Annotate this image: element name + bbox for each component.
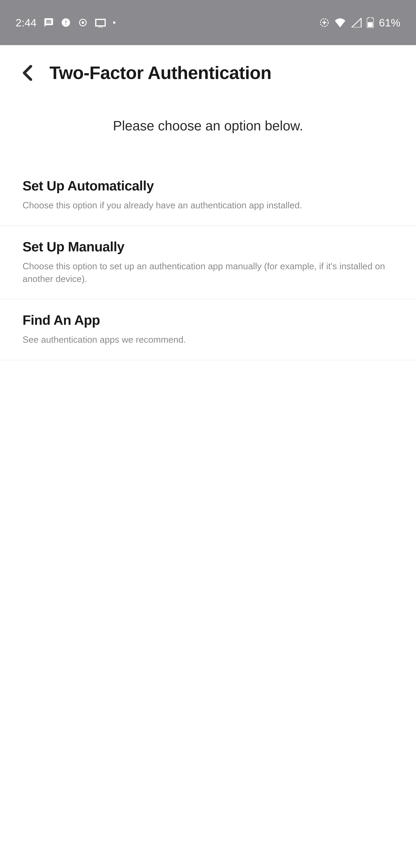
message-icon	[43, 18, 54, 28]
dot-icon	[113, 21, 115, 24]
battery-percent: 61%	[379, 17, 401, 29]
content: Please choose an option below. Set Up Au…	[0, 97, 416, 868]
option-description: Choose this option to set up an authenti…	[23, 260, 393, 285]
option-title: Find An App	[23, 312, 393, 328]
status-left: 2:44	[15, 17, 115, 29]
option-title: Set Up Manually	[23, 239, 393, 255]
record-icon	[78, 18, 88, 28]
data-saver-icon	[320, 18, 329, 27]
status-bar: 2:44 61%	[0, 0, 416, 45]
chevron-left-icon	[23, 65, 32, 81]
option-setup-manually[interactable]: Set Up Manually Choose this option to se…	[0, 226, 416, 300]
header: Two-Factor Authentication	[0, 45, 416, 97]
option-description: Choose this option if you already have a…	[23, 199, 393, 212]
signal-icon	[351, 18, 361, 27]
status-right: 61%	[320, 17, 401, 29]
page-title: Two-Factor Authentication	[49, 62, 271, 83]
svg-point-0	[81, 21, 84, 24]
option-find-app[interactable]: Find An App See authentication apps we r…	[0, 299, 416, 360]
alert-icon	[61, 18, 71, 28]
cast-icon	[95, 18, 106, 27]
battery-icon	[367, 17, 374, 28]
wifi-icon	[334, 18, 346, 27]
back-button[interactable]	[23, 65, 32, 81]
subtitle: Please choose an option below.	[0, 97, 416, 165]
option-setup-automatically[interactable]: Set Up Automatically Choose this option …	[0, 165, 416, 226]
option-title: Set Up Automatically	[23, 178, 393, 194]
status-time: 2:44	[15, 17, 37, 29]
option-description: See authentication apps we recommend.	[23, 333, 393, 346]
